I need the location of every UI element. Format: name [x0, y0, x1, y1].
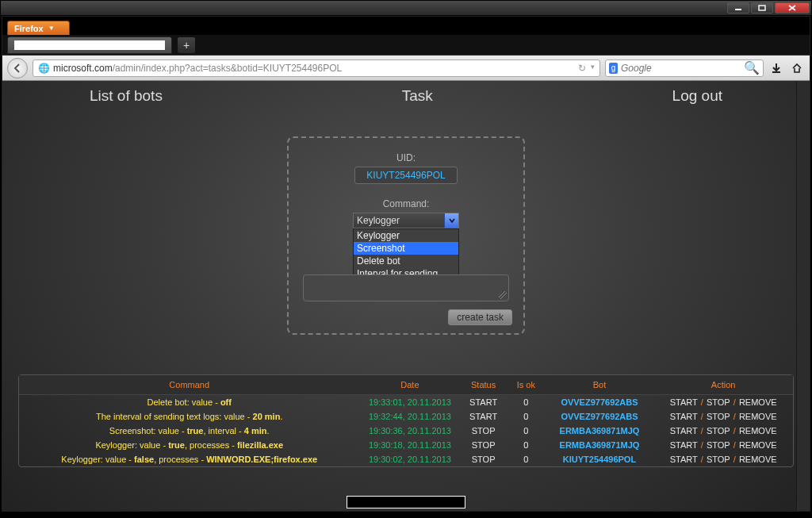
search-bar[interactable]: g 🔍	[605, 59, 764, 77]
window-minimize-button[interactable]	[727, 2, 749, 13]
cell-isok: 0	[507, 452, 546, 466]
cell-bot[interactable]: ERMBA369871MJQ	[546, 424, 654, 438]
cell-date: 19:32:44, 20.11.2013	[359, 409, 460, 424]
task-panel: UID: KIUYT254496POL Command: Keylogger K…	[287, 136, 525, 335]
command-selected: Keylogger	[357, 215, 400, 226]
select-arrow-icon	[444, 213, 458, 228]
new-tab-button[interactable]: +	[177, 36, 196, 54]
col-bot: Bot	[546, 375, 654, 395]
command-option[interactable]: Keylogger	[354, 229, 458, 242]
action-start[interactable]: START	[670, 397, 698, 407]
cell-command: Keylogger: value - false, processes - WI…	[19, 452, 359, 466]
table-row: Keylogger: value - false, processes - WI…	[19, 452, 793, 466]
url-host: microsoft.com	[53, 63, 113, 74]
globe-icon: 🌐	[38, 63, 50, 74]
search-icon[interactable]: 🔍	[744, 60, 760, 75]
window-close-button[interactable]	[775, 2, 810, 13]
resize-grip-icon[interactable]	[499, 291, 507, 299]
table-row: Screenshot: value - true, interval - 4 m…	[19, 424, 793, 438]
nav-task[interactable]: Task	[402, 87, 433, 105]
cell-date: 19:30:02, 20.11.2013	[359, 452, 460, 466]
cell-date: 19:33:01, 20.11.2013	[359, 395, 460, 410]
task-textarea[interactable]	[303, 274, 509, 301]
history-table: Command Date Status Is ok Bot Action Del…	[18, 374, 794, 467]
google-icon: g	[609, 63, 618, 74]
command-label: Command:	[383, 198, 430, 209]
uid-label: UID:	[396, 152, 416, 163]
cell-bot[interactable]: ERMBA369871MJQ	[546, 438, 654, 452]
command-option[interactable]: Delete bot	[354, 255, 458, 267]
cell-action: START / STOP / REMOVE	[653, 438, 793, 452]
col-command: Command	[19, 375, 359, 395]
svg-rect-0	[735, 9, 741, 10]
search-input[interactable]	[621, 63, 741, 74]
action-remove[interactable]: REMOVE	[739, 426, 777, 436]
cell-bot[interactable]: OVVEZ977692ABS	[546, 409, 654, 424]
tabstrip: +	[2, 35, 810, 56]
action-remove[interactable]: REMOVE	[739, 455, 777, 464]
cell-isok: 0	[507, 438, 546, 452]
cell-isok: 0	[507, 395, 546, 410]
dropdown-icon[interactable]: ▾	[591, 63, 595, 74]
cell-action: START / STOP / REMOVE	[653, 409, 793, 424]
action-start[interactable]: START	[670, 426, 698, 436]
table-row: Keylogger: value - true, processes - fil…	[19, 438, 793, 452]
back-button[interactable]	[7, 58, 28, 79]
table-row: Delete bot: value - off19:33:01, 20.11.2…	[19, 395, 793, 410]
chevron-down-icon: ▼	[48, 25, 55, 32]
col-action: Action	[653, 375, 793, 395]
cell-bot[interactable]: OVVEZ977692ABS	[546, 395, 654, 410]
create-task-button[interactable]: create task	[448, 309, 512, 325]
action-start[interactable]: START	[670, 455, 698, 464]
action-remove[interactable]: REMOVE	[739, 397, 777, 407]
action-start[interactable]: START	[670, 440, 698, 450]
cell-action: START / STOP / REMOVE	[653, 424, 793, 438]
command-select[interactable]: Keylogger	[353, 213, 459, 228]
url-bar[interactable]: 🌐 microsoft.com /admin/index.php?act=tas…	[33, 59, 600, 77]
action-stop[interactable]: STOP	[707, 426, 730, 436]
cell-status: STOP	[460, 438, 507, 452]
admin-nav: List of bots Task Log out	[2, 81, 810, 105]
cell-bot[interactable]: KIUYT254496POL	[546, 452, 654, 466]
cell-status: START	[460, 409, 507, 424]
table-row: The interval of sending text logs: value…	[19, 409, 793, 424]
home-button[interactable]	[789, 60, 805, 76]
command-option[interactable]: Screenshot	[354, 242, 458, 255]
firefox-app-button[interactable]: Firefox ▼	[7, 21, 70, 35]
vertical-scrollbar[interactable]	[796, 81, 810, 511]
cell-action: START / STOP / REMOVE	[653, 452, 793, 466]
cell-command: Screenshot: value - true, interval - 4 m…	[19, 424, 359, 438]
action-stop[interactable]: STOP	[707, 397, 730, 407]
page-content: List of bots Task Log out UID: KIUYT2544…	[2, 81, 810, 511]
browser-tab[interactable]	[7, 36, 172, 54]
cell-status: STOP	[460, 424, 507, 438]
window-maximize-button[interactable]	[751, 2, 773, 13]
cell-date: 19:30:18, 20.11.2013	[359, 438, 460, 452]
cell-isok: 0	[507, 424, 546, 438]
cell-command: Delete bot: value - off	[19, 395, 359, 410]
action-remove[interactable]: REMOVE	[739, 412, 777, 421]
cell-action: START / STOP / REMOVE	[653, 395, 793, 410]
window-titlebar	[0, 0, 812, 16]
action-start[interactable]: START	[670, 412, 698, 421]
redacted-bar	[347, 496, 465, 508]
reload-icon[interactable]: ↻	[578, 63, 586, 74]
url-path: /admin/index.php?act=tasks&botid=KIUYT25…	[113, 63, 343, 74]
firefox-app-label: Firefox	[14, 24, 44, 33]
col-isok: Is ok	[507, 375, 546, 395]
col-date: Date	[359, 375, 460, 395]
action-remove[interactable]: REMOVE	[739, 440, 777, 450]
svg-rect-1	[759, 6, 765, 10]
cell-command: The interval of sending text logs: value…	[19, 409, 359, 424]
cell-isok: 0	[507, 409, 546, 424]
cell-command: Keylogger: value - true, processes - fil…	[19, 438, 359, 452]
col-status: Status	[460, 375, 507, 395]
action-stop[interactable]: STOP	[707, 412, 730, 421]
nav-log-out[interactable]: Log out	[672, 87, 722, 105]
action-stop[interactable]: STOP	[707, 455, 730, 464]
cell-status: START	[460, 395, 507, 410]
action-stop[interactable]: STOP	[707, 440, 730, 450]
cell-date: 19:30:36, 20.11.2013	[359, 424, 460, 438]
downloads-button[interactable]	[768, 60, 784, 76]
nav-list-of-bots[interactable]: List of bots	[90, 87, 163, 105]
